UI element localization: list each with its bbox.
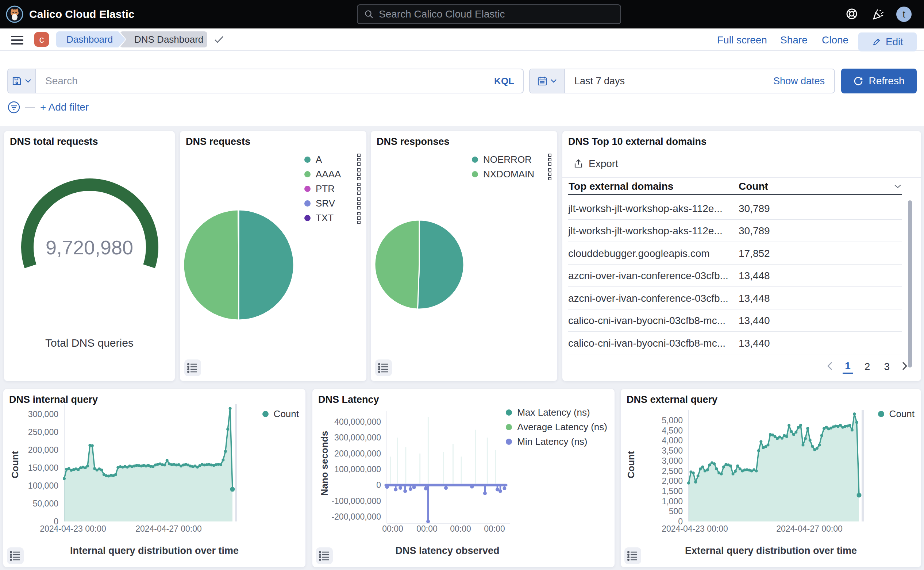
svg-text:00:00: 00:00 xyxy=(416,524,438,533)
breadcrumb-dashboard[interactable]: Dashboard xyxy=(56,31,126,48)
gauge-value: 9,720,980 xyxy=(4,236,175,259)
edit-button-label: Edit xyxy=(886,36,903,48)
svg-text:-100,000,000: -100,000,000 xyxy=(331,496,381,506)
svg-text:250,000: 250,000 xyxy=(28,428,58,437)
time-range-value[interactable]: Last 7 days xyxy=(565,75,773,87)
calico-logo[interactable] xyxy=(6,6,23,23)
panel-dns-responses: DNS responses NOERRORNXDOMAIN xyxy=(371,131,558,382)
line-chart[interactable]: 400,000,000300,000,000200,000,000100,000… xyxy=(313,389,615,567)
svg-text:300,000,000: 300,000,000 xyxy=(334,433,381,442)
global-search-input[interactable] xyxy=(379,8,598,20)
table-row[interactable]: azcni-over-ivan-conference-03cfb...13,44… xyxy=(568,265,902,287)
breadcrumb-current: DNS Dashboard xyxy=(120,31,207,48)
count-cell: 17,852 xyxy=(739,248,770,259)
row-separator xyxy=(568,354,902,355)
svg-text:4,000: 4,000 xyxy=(662,436,683,445)
kql-menu-button[interactable]: KQL xyxy=(494,75,523,87)
legend-toggle-button[interactable] xyxy=(624,547,641,564)
table-row[interactable]: calico-cni-ivan-byocni-03cfb8-mc...13,44… xyxy=(568,310,902,332)
svg-text:4,500: 4,500 xyxy=(662,426,683,435)
pie-chart[interactable] xyxy=(180,131,367,382)
global-search[interactable] xyxy=(357,5,621,24)
filter-icon[interactable] xyxy=(7,101,20,114)
svg-text:200,000,000: 200,000,000 xyxy=(334,449,381,458)
divider xyxy=(25,107,35,108)
prev-page-icon[interactable] xyxy=(827,361,833,372)
count-cell: 30,789 xyxy=(739,225,770,237)
show-dates-button[interactable]: Show dates xyxy=(773,75,834,87)
calendar-icon xyxy=(537,76,547,86)
x-axis-title: DNS latency observed xyxy=(313,545,582,556)
svg-text:300,000: 300,000 xyxy=(28,409,58,419)
panel-title: DNS Top 10 external domains xyxy=(568,136,706,147)
count-cell: 13,440 xyxy=(739,315,770,326)
x-axis-title: External query distribution over time xyxy=(621,545,921,556)
table-row[interactable]: jlt-worksh-jlt-workshop-aks-112e...30,78… xyxy=(568,220,902,242)
space-badge[interactable]: c xyxy=(34,32,49,47)
menu-icon[interactable] xyxy=(11,36,23,44)
list-icon xyxy=(187,362,199,374)
gauge-label: Total DNS queries xyxy=(4,337,175,349)
panel-top-external-domains: DNS Top 10 external domains Export Top e… xyxy=(562,131,921,382)
kql-search-input[interactable] xyxy=(36,75,494,87)
svg-text:00:00: 00:00 xyxy=(484,524,505,533)
chevron-down-icon xyxy=(550,79,557,83)
list-icon xyxy=(9,550,21,562)
add-filter-button[interactable]: + Add filter xyxy=(40,101,89,113)
domain-cell: calico-cni-ivan-byocni-03cfb8-mc... xyxy=(568,337,739,349)
chevron-down-icon xyxy=(25,79,31,83)
table-row[interactable]: calico-cni-ivan-byocni-03cfb8-mc...13,44… xyxy=(568,332,902,354)
share-button[interactable]: Share xyxy=(780,34,808,46)
svg-text:2,000: 2,000 xyxy=(662,476,683,486)
svg-text:3,000: 3,000 xyxy=(662,456,683,466)
page-number[interactable]: 3 xyxy=(882,360,892,373)
pie-chart[interactable] xyxy=(371,131,558,382)
svg-text:5,000: 5,000 xyxy=(662,416,683,425)
svg-text:150,000: 150,000 xyxy=(28,463,58,473)
svg-text:100,000: 100,000 xyxy=(28,481,58,490)
edit-button[interactable]: Edit xyxy=(858,32,917,51)
list-icon xyxy=(378,362,389,374)
table-row[interactable]: jlt-worksh-jlt-workshop-aks-112e...30,78… xyxy=(568,198,902,220)
panel-dns-external-query: DNS external query Count Count 5,0004,50… xyxy=(621,389,921,567)
export-button[interactable]: Export xyxy=(573,158,618,170)
date-picker: Last 7 days Show dates xyxy=(529,69,835,93)
help-icon[interactable] xyxy=(845,7,858,20)
svg-text:00:00: 00:00 xyxy=(450,524,471,533)
panel-dns-latency: DNS Latency Max Latency (ns)Average Late… xyxy=(312,389,615,567)
full-screen-button[interactable]: Full screen xyxy=(717,34,767,46)
area-chart[interactable]: 5,0004,5004,0003,5003,0002,5002,0001,500… xyxy=(621,389,921,567)
svg-text:2024-04-27 00:00: 2024-04-27 00:00 xyxy=(776,524,843,533)
legend-toggle-button[interactable] xyxy=(184,359,201,376)
svg-text:00:00: 00:00 xyxy=(382,524,403,533)
count-cell: 13,440 xyxy=(739,337,770,349)
dashboard-grid: DNS total requests 9,720,980 Total DNS q… xyxy=(0,126,924,570)
table-row[interactable]: clouddebugger.googleapis.com17,852 xyxy=(568,242,902,265)
refresh-button[interactable]: Refresh xyxy=(841,69,917,93)
legend-toggle-button[interactable] xyxy=(316,547,333,564)
svg-text:100,000,000: 100,000,000 xyxy=(334,464,381,474)
user-avatar[interactable]: t xyxy=(896,6,912,22)
svg-text:400,000,000: 400,000,000 xyxy=(334,417,381,427)
nav-bar: c Dashboard DNS Dashboard Full screen Sh… xyxy=(0,29,924,51)
whats-new-icon[interactable] xyxy=(872,7,885,21)
list-icon xyxy=(627,550,639,562)
page-number[interactable]: 1 xyxy=(843,359,853,374)
header-underline xyxy=(568,194,902,195)
saved-query-menu[interactable] xyxy=(8,69,36,93)
table-scrollbar[interactable] xyxy=(908,200,912,368)
svg-text:0: 0 xyxy=(376,480,381,490)
count-cell: 13,448 xyxy=(739,293,770,304)
clone-button[interactable]: Clone xyxy=(822,34,849,46)
svg-text:200,000: 200,000 xyxy=(28,445,58,455)
legend-toggle-button[interactable] xyxy=(7,547,24,564)
table-row[interactable]: azcni-over-ivan-conference-03cfb...13,44… xyxy=(568,287,902,310)
column-header-count[interactable]: Count xyxy=(739,181,901,192)
domain-cell: azcni-over-ivan-conference-03cfb... xyxy=(568,293,739,304)
date-quick-menu[interactable] xyxy=(530,69,565,93)
next-page-icon[interactable] xyxy=(901,361,908,372)
legend-toggle-button[interactable] xyxy=(375,359,392,376)
area-chart[interactable]: 300,000250,000200,000150,000100,00050,00… xyxy=(3,389,306,567)
page-number[interactable]: 2 xyxy=(862,360,873,373)
check-icon[interactable] xyxy=(214,35,224,44)
